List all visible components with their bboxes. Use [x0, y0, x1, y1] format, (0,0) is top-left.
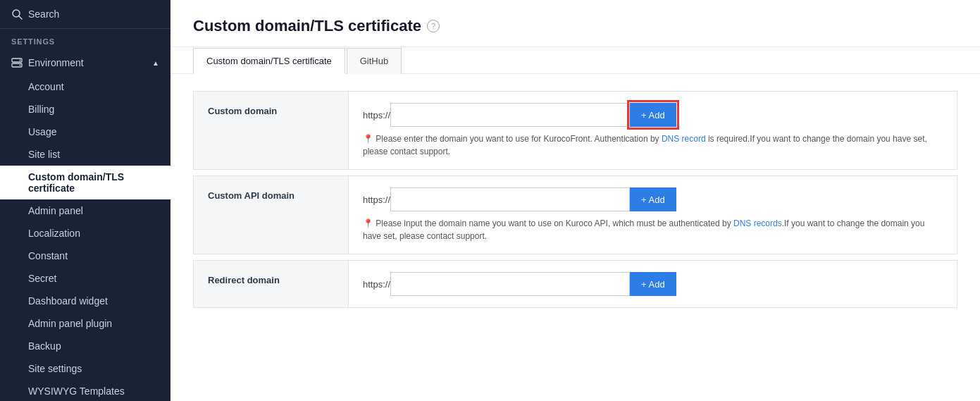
dns-records-link[interactable]: DNS records — [733, 218, 782, 228]
redirect-domain-add-button[interactable]: + Add — [630, 272, 676, 296]
chevron-up-icon: ▲ — [152, 59, 159, 67]
content-area: Custom domain https:// + Add 📍 Please en… — [170, 74, 980, 331]
sidebar-item-custom-domain[interactable]: Custom domain/TLS certificate — [0, 166, 170, 199]
custom-api-domain-add-button[interactable]: + Add — [630, 187, 676, 211]
custom-api-domain-body: https:// + Add 📍 Please input the domain… — [349, 176, 957, 254]
sidebar-item-admin-panel-plugin[interactable]: Admin panel plugin — [0, 312, 170, 335]
environment-label: Environment — [28, 57, 84, 68]
search-icon — [11, 8, 23, 20]
redirect-domain-prefix: https:// — [363, 274, 390, 295]
tab-custom-domain[interactable]: Custom domain/TLS certificate — [193, 48, 345, 74]
redirect-domain-input-row: https:// + Add — [363, 272, 943, 296]
sidebar-item-billing[interactable]: Billing — [0, 98, 170, 121]
svg-point-5 — [20, 65, 21, 66]
environment-section: Environment ▲ Account Billing Usage Site… — [0, 50, 170, 401]
search-label: Search — [28, 8, 59, 20]
sidebar-item-account[interactable]: Account — [0, 75, 170, 98]
sidebar-item-wysiwyg-templates[interactable]: WYSIWYG Templates — [0, 380, 170, 401]
sidebar-item-secret[interactable]: Secret — [0, 267, 170, 290]
sidebar-item-usage[interactable]: Usage — [0, 121, 170, 143]
sidebar: Search SETTINGS Environment ▲ Account Bi… — [0, 0, 170, 401]
custom-domain-add-button[interactable]: + Add — [630, 103, 676, 127]
main-content: Custom domain/TLS certificate ? Custom d… — [170, 0, 980, 401]
settings-section-label: SETTINGS — [0, 29, 170, 50]
custom-domain-prefix: https:// — [363, 105, 390, 125]
custom-domain-input[interactable] — [390, 103, 630, 127]
sidebar-item-admin-panel[interactable]: Admin panel — [0, 199, 170, 222]
redirect-domain-label: Redirect domain — [194, 261, 349, 307]
sidebar-item-backup[interactable]: Backup — [0, 335, 170, 357]
sidebar-item-dashboard-widget[interactable]: Dashboard widget — [0, 290, 170, 312]
page-header: Custom domain/TLS certificate ? — [170, 0, 980, 47]
dns-record-link[interactable]: DNS record — [662, 134, 706, 144]
page-title: Custom domain/TLS certificate — [193, 17, 421, 35]
redirect-domain-input[interactable] — [390, 272, 630, 296]
pin-icon-api: 📍 — [363, 218, 373, 228]
svg-point-4 — [20, 60, 21, 61]
pin-icon: 📍 — [363, 134, 373, 144]
redirect-domain-row: Redirect domain https:// + Add — [193, 260, 957, 308]
sidebar-item-constant[interactable]: Constant — [0, 245, 170, 267]
tab-github[interactable]: GitHub — [347, 48, 402, 74]
custom-domain-body: https:// + Add 📍 Please enter the domain… — [349, 92, 957, 169]
sidebar-item-site-settings[interactable]: Site settings — [0, 357, 170, 380]
sidebar-item-localization[interactable]: Localization — [0, 222, 170, 245]
help-icon[interactable]: ? — [427, 20, 440, 32]
svg-line-1 — [19, 16, 22, 19]
custom-domain-label: Custom domain — [194, 92, 349, 169]
tabs-bar: Custom domain/TLS certificate GitHub — [170, 47, 980, 74]
custom-api-domain-hint: 📍 Please input the domain name you want … — [363, 217, 943, 242]
sidebar-item-site-list[interactable]: Site list — [0, 143, 170, 166]
search-button[interactable]: Search — [0, 0, 170, 29]
server-icon — [11, 57, 23, 68]
environment-parent-item[interactable]: Environment ▲ — [0, 50, 170, 75]
custom-api-domain-input[interactable] — [390, 187, 630, 211]
custom-api-domain-input-row: https:// + Add — [363, 187, 943, 211]
custom-api-domain-row: Custom API domain https:// + Add 📍 Pleas… — [193, 175, 957, 254]
custom-domain-row: Custom domain https:// + Add 📍 Please en… — [193, 91, 957, 170]
custom-domain-input-row: https:// + Add — [363, 103, 943, 127]
custom-api-domain-label: Custom API domain — [194, 176, 349, 254]
custom-domain-hint: 📍 Please enter the domain you want to us… — [363, 132, 943, 158]
redirect-domain-body: https:// + Add — [349, 261, 957, 307]
custom-api-domain-prefix: https:// — [363, 190, 390, 210]
